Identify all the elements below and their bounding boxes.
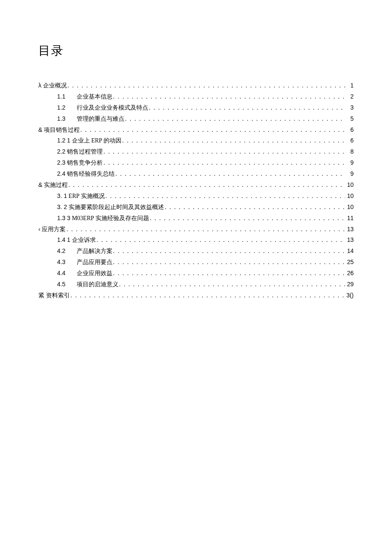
toc-entry-title: 行业及企业业务模式及特点 xyxy=(77,105,148,111)
toc-entry-label: & 实施过程 xyxy=(38,180,68,191)
toc-entry: λ 企业概况 1 xyxy=(38,80,354,91)
toc-leader-dots xyxy=(70,290,346,301)
toc-entry-page: 13 xyxy=(345,224,354,235)
toc-entry-title: 销售过程管理 xyxy=(67,148,103,155)
toc-entry: & 项目销售过程 6 xyxy=(38,125,354,136)
toc-entry-label: λ 企业概况 xyxy=(38,80,67,91)
toc-leader-dots xyxy=(80,125,345,136)
toc-entry-label: ‹ 应用方案 xyxy=(38,224,66,235)
toc-leader-dots xyxy=(103,146,345,157)
toc-entry-page: 6 xyxy=(345,135,354,146)
toc-entry-label: 1.4 1 企业诉求 xyxy=(57,235,96,246)
toc-entry-label: 4.3 产品应用要点 xyxy=(57,257,112,268)
toc-leader-dots xyxy=(149,213,345,224)
toc-entry-page: 2 xyxy=(345,91,354,102)
toc-entry-label: 1.3 管理的重点与难点 xyxy=(57,113,124,125)
toc-leader-dots xyxy=(164,202,345,213)
toc-entry-number: 1.2 xyxy=(57,102,75,113)
toc-entry-title: 实施过程 xyxy=(44,182,68,188)
toc-entry-page: 9 xyxy=(345,169,354,180)
toc-entry-title: 资料索引 xyxy=(46,292,70,299)
toc-entry-title: 产品解决方案 xyxy=(77,248,112,254)
toc-leader-dots xyxy=(112,91,346,102)
toc-entry-number: 2.3 xyxy=(57,157,65,169)
toc-entry-title: ERP 实施概况 xyxy=(69,193,105,199)
toc-entry-label: 1.2 行业及企业业务模式及特点 xyxy=(57,102,148,113)
toc-entry-number: & xyxy=(38,125,42,136)
toc-leader-dots xyxy=(96,235,345,246)
toc-leader-dots xyxy=(66,224,345,235)
toc-entry: 3. 1 ERP 实施概况 10 xyxy=(38,191,354,202)
toc-entry-page: 8 xyxy=(345,146,354,157)
toc-entry-label: 4.5 项目的启迪意义 xyxy=(57,279,118,290)
toc-entry: 紧 资料索引 3() xyxy=(38,290,354,301)
toc-title-heading: 目录 xyxy=(38,43,354,59)
toc-entry: 4.4 企业应用效益 26 xyxy=(38,268,354,279)
toc-entry-number: & xyxy=(38,180,42,191)
toc-entry-title: 企业诉求 xyxy=(72,237,96,243)
toc-entry-label: 紧 资料索引 xyxy=(38,290,70,301)
toc-entry-title: 企业基本信息 xyxy=(77,93,112,100)
toc-entry-page: 5 xyxy=(345,113,354,125)
toc-leader-dots xyxy=(112,257,346,268)
toc-entry-number: 2.4 xyxy=(57,169,65,180)
toc-leader-dots xyxy=(105,191,345,202)
toc-entry-title: 企业上 ERP 的动因 xyxy=(72,137,121,144)
toc-entry-number: 2.2 xyxy=(57,146,65,157)
toc-entry-page: 6 xyxy=(345,125,354,136)
toc-entry-page: 10 xyxy=(345,202,354,213)
toc-leader-dots xyxy=(112,246,346,257)
toc-entry: 2.3 销售竞争分析 9 xyxy=(38,157,354,169)
toc-entry-number: 4.3 xyxy=(57,257,75,268)
toc-entry: 1.3 3 M03ERP 实施经验及存在问题 11 xyxy=(38,213,354,224)
toc-entry-title: 企业应用效益 xyxy=(77,270,112,276)
toc-entry-title: 销售经验得失总结 xyxy=(67,171,115,177)
toc-entry-page: 29 xyxy=(345,279,354,290)
toc-entry-number: 1.3 3 xyxy=(57,213,70,224)
toc-entry-number: 3. 2 xyxy=(57,202,67,213)
toc-leader-dots xyxy=(112,268,346,279)
toc-entry-label: 2.3 销售竞争分析 xyxy=(57,157,103,169)
toc-entry: 1.2 1 企业上 ERP 的动因 6 xyxy=(38,135,354,146)
toc-entry: 1.4 1 企业诉求 13 xyxy=(38,235,354,246)
toc-entry-label: 4.2 产品解决方案 xyxy=(57,246,112,257)
toc-entry: 1.3 管理的重点与难点 5 xyxy=(38,113,354,125)
toc-entry-title: 管理的重点与难点 xyxy=(77,116,124,122)
toc-entry-title: 产品应用要点 xyxy=(77,259,112,265)
toc-entry-number: 1.4 1 xyxy=(57,235,70,246)
toc-entry: 1.1 企业基本信息 2 xyxy=(38,91,354,102)
toc-entry-number: 3. 1 xyxy=(57,191,67,202)
toc-entry-title: 项目的启迪意义 xyxy=(77,281,118,288)
toc-entry: 3. 2 实施要紧阶段起止时间及其效益概述 10 xyxy=(38,202,354,213)
toc-entry-number: 1.2 1 xyxy=(57,135,70,146)
toc-leader-dots xyxy=(67,80,346,91)
toc-entry-title: M03ERP 实施经验及存在问题 xyxy=(72,215,149,221)
toc-entry-label: 3. 2 实施要紧阶段起止时间及其效益概述 xyxy=(57,202,164,213)
toc-leader-dots xyxy=(148,102,346,113)
toc-entry: 4.5 项目的启迪意义 29 xyxy=(38,279,354,290)
toc-leader-dots xyxy=(118,279,346,290)
toc-entry-title: 实施要紧阶段起止时间及其效益概述 xyxy=(69,204,164,210)
toc-leader-dots xyxy=(115,169,345,180)
toc-entry-page: 25 xyxy=(345,257,354,268)
toc-entry: 2.4 销售经验得失总结 9 xyxy=(38,169,354,180)
toc-entry-page: 1 xyxy=(345,80,354,91)
toc-entry-label: 3. 1 ERP 实施概况 xyxy=(57,191,105,202)
toc-entry-number: 4.4 xyxy=(57,268,75,279)
toc-leader-dots xyxy=(68,180,345,191)
toc-entry: 4.2 产品解决方案 14 xyxy=(38,246,354,257)
toc-entry-title: 销售竞争分析 xyxy=(67,160,103,166)
toc-entry-label: 1.2 1 企业上 ERP 的动因 xyxy=(57,135,121,146)
toc-entry-title: 项目销售过程 xyxy=(44,127,80,133)
toc-entry-number: 1.3 xyxy=(57,113,75,125)
toc-entry: & 实施过程 10 xyxy=(38,180,354,191)
toc-entry-number: 4.5 xyxy=(57,279,75,290)
toc-entry-page: 9 xyxy=(345,157,354,169)
toc-entry-label: 4.4 企业应用效益 xyxy=(57,268,112,279)
toc-entry: ‹ 应用方案 13 xyxy=(38,224,354,235)
toc-entry-number: 1.1 xyxy=(57,91,75,102)
toc-entry-label: & 项目销售过程 xyxy=(38,125,80,136)
toc-entry-page: 10 xyxy=(345,180,354,191)
toc-entry: 4.3 产品应用要点 25 xyxy=(38,257,354,268)
toc-entry-label: 2.4 销售经验得失总结 xyxy=(57,169,115,180)
